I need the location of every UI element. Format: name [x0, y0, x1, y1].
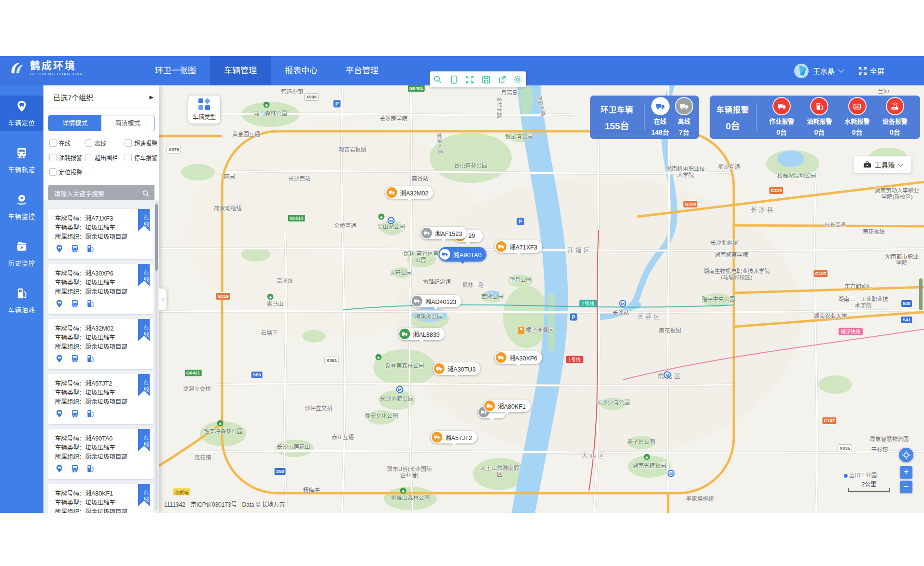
- sidebar-item-video[interactable]: 历史监控: [0, 236, 43, 272]
- vehicle-card[interactable]: 车牌号码：湘A71XF3车辆类型：垃圾压缩车所属组织：厨余垃圾项目部在线: [48, 209, 154, 259]
- save-icon[interactable]: [481, 75, 491, 84]
- nav-item-2[interactable]: 车辆管理: [210, 56, 271, 85]
- vehicle-card[interactable]: 车牌号码：湘A80KF1车辆类型：垃圾压缩车所属组织：厨余垃圾项目部在线: [48, 484, 154, 513]
- sidebar-item-route-bus[interactable]: 车辆轨迹: [0, 142, 43, 178]
- truck-icon: [484, 400, 495, 411]
- track-vehicle-icon[interactable]: [70, 299, 79, 310]
- vehicle-marker[interactable]: 湘AF1523: [420, 227, 467, 239]
- org-selector[interactable]: 已选7个组织 ▶: [43, 85, 159, 109]
- track-vehicle-icon[interactable]: [70, 409, 79, 420]
- track-vehicle-icon[interactable]: [70, 354, 79, 365]
- zoom-in-button[interactable]: +: [900, 466, 912, 479]
- vehicle-marker[interactable]: 湘AL8839: [398, 328, 445, 340]
- filter-label: 超速报警: [134, 139, 157, 147]
- checkbox[interactable]: [49, 154, 56, 161]
- crosshair-icon: [902, 451, 910, 459]
- vehicle-marker[interactable]: 湘A30TU3: [433, 362, 480, 375]
- vehicle-card[interactable]: 车牌号码：湘A32M02车辆类型：垃圾压缩车所属组织：厨余垃圾项目部在线: [48, 319, 154, 369]
- vehicle-type-button[interactable]: 车辆类型: [188, 96, 220, 124]
- panel-collapse-handle[interactable]: ‹: [159, 289, 167, 310]
- tree-icon: ♣: [264, 102, 270, 108]
- filter-1[interactable]: 在线: [49, 139, 85, 147]
- vehicle-marker[interactable]: 湘A80KF1: [483, 400, 531, 412]
- track-vehicle-icon[interactable]: [70, 244, 79, 255]
- fuel-vehicle-icon[interactable]: [86, 244, 95, 255]
- toolbox-button[interactable]: 工具箱: [854, 156, 911, 173]
- expand-icon[interactable]: [465, 75, 475, 84]
- vehicle-marker[interactable]: 湘A32M02: [385, 186, 433, 199]
- vehicle-marker[interactable]: 湘A30XP6: [495, 351, 542, 364]
- export-icon[interactable]: [497, 75, 507, 84]
- nav-item-4[interactable]: 平台管理: [332, 56, 392, 85]
- locate-vehicle-icon[interactable]: [55, 354, 64, 365]
- settings-icon[interactable]: [513, 75, 523, 84]
- vehicle-type: 车辆类型：垃圾压缩车: [55, 498, 147, 508]
- nav-item-1[interactable]: 环卫一张图: [141, 56, 210, 85]
- sidebar-item-label: 历史监控: [8, 258, 35, 267]
- vehicle-card[interactable]: 车牌号码：湘A30XP6车辆类型：垃圾压缩车所属组织：厨余垃圾项目部在线: [48, 264, 154, 314]
- device-icon[interactable]: [449, 75, 459, 84]
- checkbox[interactable]: [49, 139, 56, 147]
- road-shield: G107: [822, 417, 837, 425]
- search-icon[interactable]: [433, 75, 443, 84]
- sidebar-item-pin-car[interactable]: 车辆定位: [0, 96, 43, 131]
- locate-vehicle-icon[interactable]: [55, 409, 64, 420]
- page-scrollbar-thumb[interactable]: [919, 278, 923, 310]
- parking-icon: P: [334, 100, 341, 108]
- filter-2[interactable]: 离线: [85, 139, 125, 147]
- fullscreen-button[interactable]: 全屏: [858, 56, 884, 85]
- user-avatar[interactable]: [794, 64, 809, 78]
- alarm-label: 水耗报警: [845, 116, 870, 125]
- checkbox[interactable]: [85, 139, 92, 147]
- tab-detail-mode[interactable]: 详情模式: [49, 115, 101, 131]
- road-shield: G107: [813, 270, 828, 277]
- filter-7[interactable]: 定位报警: [49, 168, 85, 176]
- zoom-out-button[interactable]: −: [900, 481, 912, 493]
- arrow-right-icon[interactable]: ▶: [150, 94, 154, 100]
- transit-line-label: 磁浮快线: [839, 328, 863, 335]
- metro-icon: M: [388, 217, 395, 224]
- fuel-vehicle-icon[interactable]: [86, 299, 95, 310]
- vehicle-card[interactable]: 车牌号码：湘A57JT2车辆类型：垃圾压缩车所属组织：厨余垃圾项目部在线: [48, 374, 154, 424]
- fuel-vehicle-icon[interactable]: [86, 409, 95, 420]
- search-input[interactable]: [53, 190, 142, 198]
- vehicle-org: 所属组织：厨余垃圾项目部: [55, 398, 147, 407]
- vehicle-marker[interactable]: 湘A71XF3: [495, 240, 542, 253]
- filter-6[interactable]: 停车报警: [125, 153, 157, 162]
- vehicle-marker[interactable]: 湘A57JT2: [431, 431, 477, 443]
- locate-vehicle-icon[interactable]: [55, 464, 64, 475]
- vehicle-marker[interactable]: 湘A90TA0: [438, 247, 486, 262]
- vehicle-marker[interactable]: 湘AD40123: [411, 295, 462, 307]
- truck-icon: [432, 432, 442, 442]
- map-region[interactable]: 智造小镇月亮岛兰冲乌山森林公园长沙医学院黄金园互通银星湾公园观音岩枢纽谷山森林公…: [43, 85, 924, 513]
- app-logo: 鹤成环境 HE CHENG HUAN JING: [8, 59, 84, 77]
- fuel-vehicle-icon[interactable]: [86, 464, 95, 475]
- checkbox[interactable]: [125, 139, 132, 147]
- track-vehicle-icon[interactable]: [70, 464, 79, 475]
- locate-button[interactable]: [899, 448, 913, 462]
- sidebar-item-camera[interactable]: 车辆监控: [0, 189, 43, 225]
- vehicle-card[interactable]: 车牌号码：湘A90TA0车辆类型：垃圾压缩车所属组织：厨余垃圾项目部在线: [48, 429, 154, 479]
- fuel-vehicle-icon[interactable]: [86, 354, 95, 365]
- filter-label: 停车报警: [134, 153, 157, 162]
- user-cluster[interactable]: 王水晶: [794, 56, 843, 85]
- road-shield: X081: [324, 357, 339, 364]
- checkbox[interactable]: [125, 154, 132, 161]
- vehicle-actions: [55, 244, 147, 255]
- checkbox[interactable]: [49, 168, 56, 176]
- filter-5[interactable]: 超出围栏: [85, 153, 125, 162]
- tab-simple-mode[interactable]: 简洁模式: [101, 115, 154, 131]
- vehicle-type: 车辆类型：垃圾压缩车: [55, 388, 147, 398]
- scrollbar-thumb[interactable]: [155, 204, 158, 271]
- locate-vehicle-icon[interactable]: [55, 244, 64, 255]
- online-truck-icon: [652, 98, 669, 114]
- locate-vehicle-icon[interactable]: [55, 299, 64, 310]
- filter-4[interactable]: 油耗报警: [49, 153, 85, 162]
- fleet-total: 155台: [590, 119, 644, 132]
- search-icon[interactable]: [142, 190, 150, 197]
- filter-3[interactable]: 超速报警: [125, 139, 157, 147]
- sidebar-item-fuel[interactable]: 车辆油耗: [0, 283, 43, 318]
- nav-item-3[interactable]: 报表中心: [271, 56, 332, 85]
- marker-plate: 湘AF1523: [435, 229, 462, 238]
- checkbox[interactable]: [85, 154, 92, 161]
